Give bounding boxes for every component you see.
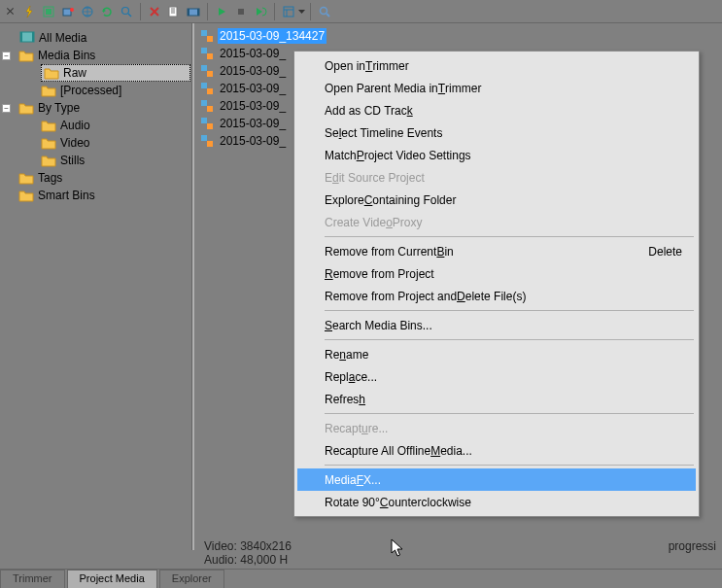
list-item-label: 2015-03-09_134427 <box>218 28 327 44</box>
svg-point-3 <box>70 8 74 12</box>
tree-label: Audio <box>60 119 90 132</box>
delete-icon[interactable] <box>145 2 164 21</box>
ctx-add-cd-track[interactable]: Add as CD Track <box>297 99 696 121</box>
svg-rect-26 <box>207 36 213 42</box>
app-root: All Media − Media Bins Raw [Processed] − <box>0 0 722 588</box>
tree-collapse-icon[interactable]: − <box>2 52 11 60</box>
lightning-icon[interactable] <box>19 2 39 21</box>
views-icon[interactable] <box>279 2 298 21</box>
tree-item-processed[interactable]: [Processed] <box>41 82 190 99</box>
properties-icon[interactable] <box>164 2 184 21</box>
list-item-label: 2015-03-09_ <box>218 81 288 96</box>
ctx-separator <box>325 236 694 237</box>
tree-label: Video <box>60 136 89 150</box>
svg-rect-30 <box>207 71 213 77</box>
tree-item-all-media[interactable]: All Media <box>19 29 190 47</box>
folder-icon <box>41 119 56 132</box>
ctx-rotate-ccw[interactable]: Rotate 90° Counterclockwise <box>297 491 696 513</box>
toolbar-separator <box>207 3 208 20</box>
svg-rect-38 <box>207 141 213 147</box>
list-item-label: 2015-03-09_ <box>218 46 288 61</box>
toolbar-separator <box>274 3 275 20</box>
svg-rect-17 <box>284 7 293 17</box>
media-clip-icon <box>200 47 214 60</box>
ctx-refresh[interactable]: Refresh <box>297 388 696 410</box>
tree-item-tags[interactable]: Tags <box>19 169 190 187</box>
tree-label: Media Bins <box>38 49 95 62</box>
folder-icon <box>41 136 56 150</box>
refresh-icon[interactable] <box>97 2 117 21</box>
status-bar: Video: 3840x216 Audio: 48,000 H progress… <box>200 539 720 571</box>
ctx-create-proxy: Create Video Proxy <box>297 211 696 233</box>
tabs: Trimmer Project Media Explorer <box>0 569 722 588</box>
tree-item-video[interactable]: Video <box>41 134 190 152</box>
tab-explorer[interactable]: Explorer <box>159 570 224 588</box>
tree-item-raw[interactable]: Raw <box>41 64 190 82</box>
search-media-icon[interactable] <box>117 2 136 21</box>
tree-label: [Processed] <box>60 84 121 97</box>
svg-rect-22 <box>20 32 34 42</box>
media-clip-icon <box>200 134 214 148</box>
play-icon[interactable] <box>212 2 231 21</box>
stop-icon[interactable] <box>231 2 251 21</box>
svg-point-20 <box>321 7 327 14</box>
views-dropdown-icon[interactable] <box>298 10 306 14</box>
autopreview-icon[interactable] <box>251 2 270 21</box>
panel-close-icon[interactable] <box>6 7 16 17</box>
svg-rect-24 <box>32 32 34 42</box>
svg-rect-29 <box>201 65 207 71</box>
ctx-open-trimmer[interactable]: Open in Trimmer <box>297 54 696 77</box>
toolbar-separator <box>310 3 311 20</box>
svg-rect-36 <box>207 123 213 129</box>
import-icon[interactable] <box>39 2 58 21</box>
tree-item-audio[interactable]: Audio <box>41 117 190 134</box>
tree-item-stills[interactable]: Stills <box>41 152 190 169</box>
tree-item-by-type[interactable]: − By Type <box>19 99 190 117</box>
folder-icon <box>18 189 34 202</box>
svg-rect-27 <box>201 48 207 53</box>
svg-rect-15 <box>197 9 199 16</box>
capture-icon[interactable] <box>58 2 78 21</box>
ctx-recapture-all-offline[interactable]: Recapture All Offline Media... <box>297 439 696 462</box>
ctx-match-project-video[interactable]: Match Project Video Settings <box>297 144 696 166</box>
ctx-remove-delete-files[interactable]: Remove from Project and Delete File(s) <box>297 285 696 307</box>
ctx-remove-project[interactable]: Remove from Project <box>297 262 696 285</box>
list-item-label: 2015-03-09_ <box>218 133 288 149</box>
svg-rect-32 <box>207 88 213 94</box>
media-clip-icon <box>200 29 214 43</box>
ctx-rename[interactable]: Rename <box>297 343 696 365</box>
media-clip-icon <box>200 82 214 95</box>
tab-trimmer[interactable]: Trimmer <box>0 570 65 588</box>
media-clip-icon <box>200 99 214 113</box>
status-extra: progressi <box>669 539 716 553</box>
media-tree: All Media − Media Bins Raw [Processed] − <box>4 29 190 204</box>
svg-rect-34 <box>207 106 213 112</box>
ctx-media-fx[interactable]: Media FX... <box>297 468 696 491</box>
tree-label: Smart Bins <box>38 189 95 202</box>
folder-icon <box>18 171 34 185</box>
ctx-open-parent[interactable]: Open Parent Media in Trimmer <box>297 77 696 99</box>
fx-icon[interactable] <box>184 2 203 21</box>
folder-icon <box>18 101 34 115</box>
tab-project-media[interactable]: Project Media <box>67 570 157 588</box>
list-item[interactable]: 2015-03-09_134427 <box>198 27 722 45</box>
ctx-remove-current-bin[interactable]: Remove from Current BinDelete <box>297 240 696 262</box>
svg-rect-33 <box>201 100 207 106</box>
svg-point-5 <box>122 7 129 14</box>
web-icon[interactable] <box>78 2 97 21</box>
tree-item-smart-bins[interactable]: Smart Bins <box>19 187 190 204</box>
tree-item-media-bins[interactable]: − Media Bins <box>19 47 190 64</box>
svg-rect-1 <box>46 9 52 15</box>
ctx-edit-source-project: Edit Source Project <box>297 166 696 189</box>
search-icon[interactable] <box>315 2 334 21</box>
tree-collapse-icon[interactable]: − <box>2 104 11 113</box>
ctx-replace[interactable]: Replace... <box>297 365 696 388</box>
context-menu: Open in Trimmer Open Parent Media in Tri… <box>293 51 700 517</box>
list-item-label: 2015-03-09_ <box>218 116 288 131</box>
svg-rect-28 <box>207 53 213 59</box>
folder-icon <box>18 49 34 62</box>
svg-rect-25 <box>201 30 207 36</box>
ctx-search-media-bins[interactable]: Search Media Bins... <box>297 314 696 336</box>
ctx-explore-folder[interactable]: Explore Containing Folder <box>297 189 696 211</box>
ctx-select-timeline-events[interactable]: Select Timeline Events <box>297 121 696 144</box>
